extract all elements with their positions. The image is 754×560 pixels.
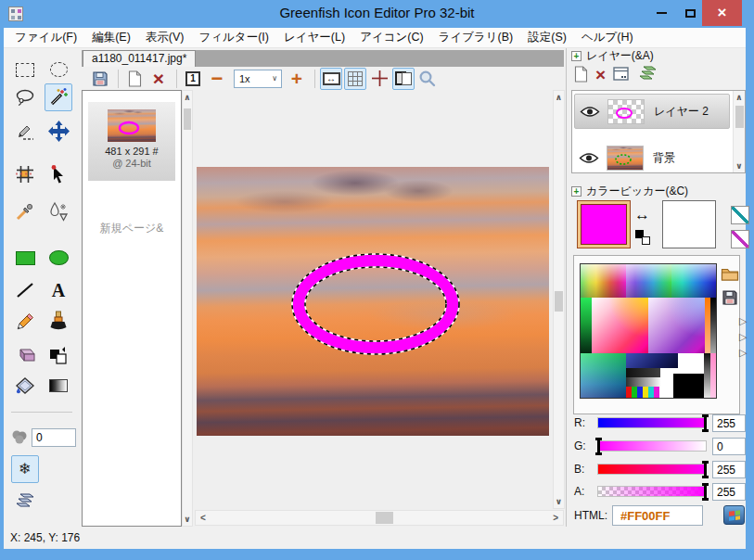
visibility-eye-icon[interactable] <box>580 106 600 118</box>
blue-value-input[interactable] <box>712 461 746 478</box>
menu-icon[interactable]: アイコン(C) <box>352 28 431 47</box>
zoom-in-button[interactable]: + <box>286 68 308 90</box>
antialias-toggle[interactable]: ❄ <box>11 455 39 483</box>
menu-view[interactable]: 表示(V) <box>138 28 192 47</box>
html-color-input[interactable] <box>612 505 703 526</box>
magic-wand-tool[interactable] <box>45 83 72 111</box>
centerlines-toggle[interactable] <box>368 68 390 90</box>
actual-size-button[interactable]: 1 <box>182 68 204 90</box>
save-palette-button[interactable] <box>720 287 740 308</box>
maximize-button[interactable] <box>678 0 702 26</box>
close-button[interactable]: × <box>702 0 742 26</box>
retouch-tool[interactable] <box>45 197 72 225</box>
blue-slider[interactable] <box>597 464 707 475</box>
scrollbar-thumb[interactable] <box>376 512 393 524</box>
palette-swatch-block[interactable] <box>648 298 705 353</box>
brush-tool[interactable] <box>45 307 72 335</box>
minimize-button[interactable] <box>649 0 673 26</box>
toolbox-layers-button[interactable] <box>11 488 39 515</box>
alpha-value-input[interactable] <box>712 483 746 501</box>
palette-swatch-block[interactable] <box>626 377 660 387</box>
palette-swatch-block[interactable] <box>626 353 678 368</box>
palette-swatch-block[interactable] <box>704 353 710 398</box>
menu-help[interactable]: ヘルプ(H) <box>574 28 641 47</box>
palette-swatch-block[interactable] <box>673 374 704 398</box>
ellipse-shape-tool[interactable] <box>45 244 72 272</box>
rect-select-tool[interactable] <box>11 56 39 83</box>
canvas-hscrollbar[interactable]: < > <box>195 510 564 526</box>
default-colors-icon[interactable] <box>635 230 651 246</box>
green-slider[interactable] <box>597 440 707 452</box>
layer-item-2[interactable]: 背景 <box>574 140 730 175</box>
red-slider[interactable] <box>597 417 707 428</box>
ellipse-select-tool[interactable] <box>45 56 72 83</box>
pencil-tool[interactable] <box>11 307 39 335</box>
collapse-box-icon[interactable]: + <box>571 51 581 61</box>
menu-file[interactable]: ファイル(F) <box>7 28 84 47</box>
menu-edit[interactable]: 編集(E) <box>84 28 138 47</box>
menu-layer[interactable]: レイヤー(L) <box>276 28 352 47</box>
palette-swatch-block[interactable] <box>581 264 626 298</box>
save-button[interactable] <box>89 68 111 90</box>
scroll-up-icon[interactable]: ∧ <box>183 92 192 103</box>
new-page-label[interactable]: 新規ページ& <box>83 221 181 236</box>
document-tab[interactable]: a1180_011417.jpg* <box>83 50 196 67</box>
layer-list-scrollbar[interactable]: ∧ ∨ <box>733 91 745 172</box>
inverted-color-button[interactable] <box>731 230 749 248</box>
zoom-level-select[interactable]: 1x ∨ <box>234 70 282 88</box>
palette-swatch-block[interactable] <box>626 264 671 298</box>
green-value-input[interactable] <box>712 438 746 455</box>
scroll-up-icon[interactable]: ∧ <box>554 92 564 103</box>
collapse-box-icon[interactable]: + <box>571 186 581 197</box>
palette-swatch-block[interactable] <box>710 298 716 353</box>
layer-item-1[interactable]: レイヤー 2 <box>574 94 730 129</box>
hotspot-pointer-tool[interactable] <box>45 160 72 188</box>
transparent-color-button[interactable] <box>731 206 749 224</box>
open-palette-button[interactable] <box>720 263 740 284</box>
scrollbar-thumb[interactable] <box>555 291 563 312</box>
rectangle-shape-tool[interactable] <box>11 244 39 272</box>
foreground-color-swatch[interactable] <box>577 200 631 248</box>
delete-layer-icon[interactable]: × <box>595 66 606 83</box>
panel-expander-arrows[interactable]: ▷▷▷ <box>739 313 747 361</box>
new-layer-icon[interactable] <box>573 66 588 83</box>
grid-toggle[interactable] <box>344 68 366 90</box>
delete-page-button[interactable]: × <box>147 68 170 90</box>
color-palette[interactable] <box>580 263 717 399</box>
fill-tool[interactable] <box>11 372 39 400</box>
text-tool[interactable]: A <box>45 276 72 304</box>
red-value-input[interactable] <box>712 414 746 432</box>
merge-layers-icon[interactable] <box>637 66 658 82</box>
palette-swatch-block[interactable] <box>671 264 716 298</box>
gradient-tool[interactable] <box>45 372 72 400</box>
alpha-slider[interactable] <box>597 486 707 497</box>
scroll-down-icon[interactable]: ∨ <box>734 160 745 172</box>
scroll-down-icon[interactable]: ∨ <box>554 496 564 507</box>
palette-swatch-block[interactable] <box>581 298 592 353</box>
menu-filter[interactable]: フィルター(I) <box>191 28 275 47</box>
palette-swatch-block[interactable] <box>678 353 704 374</box>
crop-tool[interactable] <box>11 160 39 188</box>
canvas-vscrollbar[interactable]: ∧ ∨ <box>553 90 565 509</box>
canvas-area[interactable]: ∧ ∨ < > <box>193 90 566 527</box>
eyedropper-tool[interactable] <box>11 197 39 225</box>
palette-swatch-block[interactable] <box>592 298 648 353</box>
color-picker-header[interactable]: + カラーピッカー(&C) <box>571 185 688 198</box>
freehand-select-tool[interactable] <box>11 117 39 145</box>
menu-library[interactable]: ライブラリ(B) <box>431 28 521 47</box>
fit-window-toggle[interactable]: ↔ <box>320 68 342 90</box>
tolerance-input[interactable] <box>32 428 76 447</box>
scroll-left-icon[interactable]: < <box>200 511 206 525</box>
visibility-eye-icon[interactable] <box>579 152 599 164</box>
pages-panel-scrollbar[interactable]: ∧ ∨ <box>182 90 193 527</box>
palette-swatch-block[interactable] <box>710 353 716 398</box>
scrollbar-thumb[interactable] <box>184 108 191 130</box>
swap-colors-icon[interactable]: ↔ <box>634 206 650 224</box>
pages-toggle[interactable] <box>392 68 415 90</box>
line-tool[interactable] <box>11 276 39 304</box>
menu-settings[interactable]: 設定(S) <box>520 28 574 47</box>
scrollbar-thumb[interactable] <box>735 106 744 128</box>
layer-properties-icon[interactable] <box>613 66 630 82</box>
color-replace-tool[interactable] <box>45 341 72 369</box>
background-color-swatch[interactable] <box>662 200 716 248</box>
